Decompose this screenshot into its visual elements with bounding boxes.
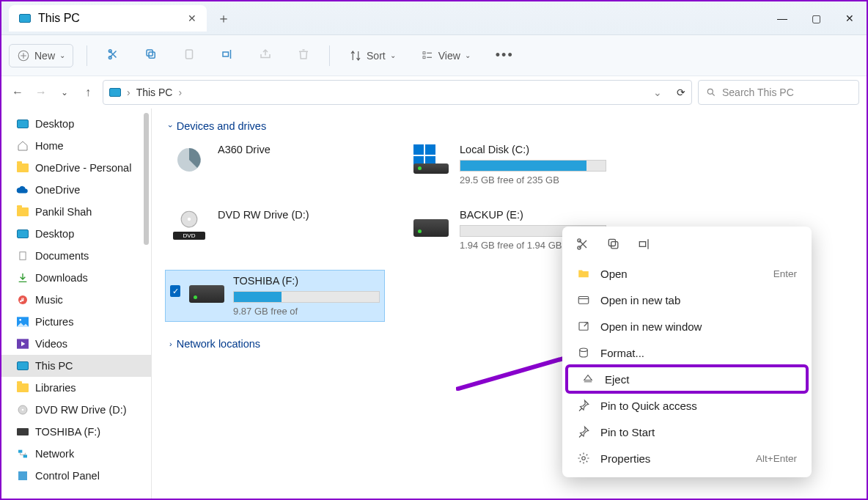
monitor-icon	[16, 117, 29, 130]
context-pin-to-start[interactable]: Pin to Start	[562, 419, 812, 445]
svg-point-16	[22, 409, 24, 411]
share-button[interactable]	[253, 43, 278, 68]
maximize-button[interactable]: ▢	[799, 1, 833, 35]
context-properties[interactable]: PropertiesAlt+Enter	[562, 445, 812, 471]
dvd-icon	[16, 403, 29, 416]
sidebar-item-home[interactable]: Home	[1, 135, 151, 157]
sidebar-item-downloads[interactable]: Downloads	[1, 267, 151, 289]
drive-name: DVD RW Drive (D:)	[218, 209, 380, 221]
svg-point-21	[188, 217, 191, 220]
cut-icon[interactable]	[575, 237, 590, 251]
sidebar-item-label: Downloads	[35, 272, 88, 284]
sidebar-item-network[interactable]: Network	[1, 443, 151, 465]
monitor-icon	[16, 227, 29, 240]
sidebar-item-videos[interactable]: Videos	[1, 333, 151, 355]
rename-icon[interactable]	[637, 237, 652, 251]
context-open-in-new-window[interactable]: Open in new window	[562, 313, 812, 339]
sidebar-item-onedrive[interactable]: OneDrive	[1, 179, 151, 201]
drive-free: 9.87 GB free of	[233, 306, 380, 317]
sidebar-item-pankil-shah[interactable]: Pankil Shah	[1, 201, 151, 223]
copy-icon[interactable]	[606, 237, 621, 251]
sidebar-item-libraries[interactable]: Libraries	[1, 377, 151, 399]
history-dropdown[interactable]: ⌄	[56, 87, 73, 98]
sidebar-item-control-panel[interactable]: Control Panel	[1, 465, 151, 487]
sort-button[interactable]: Sort ⌄	[343, 45, 402, 67]
delete-button[interactable]	[291, 43, 316, 68]
shortcut-label: Alt+Enter	[756, 453, 797, 464]
forward-button[interactable]: →	[32, 86, 50, 99]
minimize-button[interactable]: —	[765, 1, 799, 35]
rename-button[interactable]	[215, 43, 240, 68]
sidebar-item-documents[interactable]: Documents	[1, 245, 151, 267]
cut-button[interactable]	[100, 43, 125, 68]
more-button[interactable]: •••	[490, 43, 520, 67]
window-icon	[577, 320, 590, 333]
title-bar: This PC ✕ ＋ — ▢ ✕	[1, 1, 867, 35]
drive-name: TOSHIBA (F:)	[233, 275, 380, 287]
close-tab-icon[interactable]: ✕	[188, 12, 196, 24]
eject-icon	[581, 372, 595, 386]
sidebar-item-label: Home	[35, 140, 64, 152]
context-item-label: Properties	[600, 452, 650, 465]
doc-icon	[16, 249, 29, 262]
paste-button[interactable]	[177, 43, 202, 68]
sidebar-item-desktop[interactable]: Desktop	[1, 223, 151, 245]
sidebar-item-label: Pankil Shah	[35, 206, 92, 218]
chevron-down-icon[interactable]: ⌄	[653, 87, 662, 98]
drive-icon	[411, 144, 451, 174]
format-icon	[577, 346, 590, 359]
refresh-button[interactable]: ⟳	[677, 87, 685, 98]
sidebar-item-this-pc[interactable]: This PC	[1, 355, 151, 377]
up-button[interactable]: ↑	[79, 86, 97, 99]
group-devices[interactable]: ›Devices and drives	[165, 116, 853, 139]
nav-row: ← → ⌄ ↑ › This PC › ⌄ ⟳ Search This PC	[1, 76, 867, 109]
drive-local-disk-c-[interactable]: Local Disk (C:)29.5 GB free of 235 GB	[407, 139, 627, 190]
sidebar-item-label: Music	[35, 294, 63, 306]
back-button[interactable]: ←	[9, 86, 26, 99]
sidebar-item-label: Pictures	[35, 316, 73, 328]
svg-point-9	[707, 89, 713, 94]
sidebar-item-onedrive-personal[interactable]: OneDrive - Personal	[1, 157, 151, 179]
sidebar-item-toshiba-f-[interactable]: TOSHIBA (F:)	[1, 421, 151, 443]
sidebar-item-label: Control Panel	[35, 470, 100, 482]
folder-icon	[577, 267, 590, 280]
svg-rect-18	[23, 455, 27, 457]
context-open-in-new-tab[interactable]: Open in new tab	[562, 287, 812, 313]
sidebar-item-label: Desktop	[35, 228, 74, 240]
sidebar-item-music[interactable]: Music	[1, 289, 151, 311]
context-eject[interactable]: Eject	[567, 366, 807, 392]
search-input[interactable]: Search This PC	[698, 80, 859, 105]
tab-this-pc[interactable]: This PC ✕	[9, 5, 207, 32]
context-format-[interactable]: Format...	[562, 339, 812, 366]
scrollbar-thumb[interactable]	[144, 113, 149, 245]
svg-rect-17	[18, 450, 22, 453]
sidebar-item-dvd-rw-drive-d-[interactable]: DVD RW Drive (D:)	[1, 399, 151, 421]
copy-button[interactable]	[139, 43, 163, 68]
svg-rect-7	[423, 51, 425, 54]
drive-toshiba-f-[interactable]: ✓TOSHIBA (F:)9.87 GB free of	[165, 270, 385, 322]
context-pin-to-quick-access[interactable]: Pin to Quick access	[562, 392, 812, 419]
sort-icon	[349, 49, 362, 62]
new-button[interactable]: New ⌄	[9, 44, 73, 67]
close-button[interactable]: ✕	[833, 1, 867, 35]
drive-free: 29.5 GB free of 235 GB	[460, 174, 622, 185]
svg-point-13	[19, 319, 21, 321]
context-menu: OpenEnterOpen in new tabOpen in new wind…	[562, 227, 812, 477]
view-button[interactable]: View ⌄	[415, 45, 477, 67]
drive-a360-drive[interactable]: A360 Drive	[165, 139, 385, 190]
drive-dvd-rw-drive-d-[interactable]: DVDDVD RW Drive (D:)	[165, 205, 385, 255]
sidebar-item-desktop[interactable]: Desktop	[1, 113, 151, 135]
sidebar-item-pictures[interactable]: Pictures	[1, 311, 151, 333]
address-bar[interactable]: › This PC › ⌄ ⟳	[103, 80, 692, 105]
video-icon	[16, 337, 29, 350]
checkbox-icon[interactable]: ✓	[170, 285, 180, 297]
breadcrumb[interactable]: This PC	[136, 87, 173, 98]
context-open[interactable]: OpenEnter	[562, 260, 812, 287]
new-tab-button[interactable]: ＋	[217, 10, 230, 27]
plus-circle-icon	[17, 49, 30, 62]
download-icon	[16, 271, 29, 284]
pin-icon	[577, 399, 590, 412]
drive-name: BACKUP (E:)	[460, 209, 622, 221]
toolbar: New ⌄ Sort ⌄ View ⌄ •••	[1, 35, 867, 76]
context-item-label: Eject	[605, 373, 629, 386]
